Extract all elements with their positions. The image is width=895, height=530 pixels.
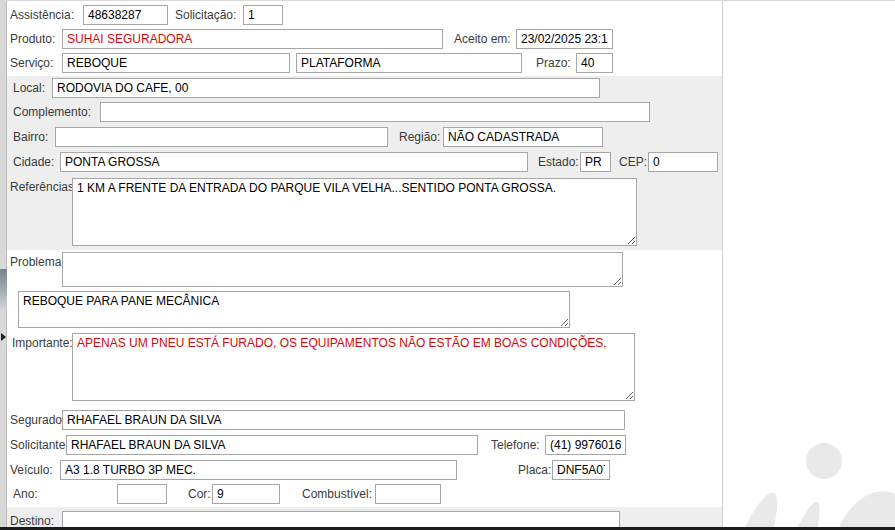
panel-divider xyxy=(722,1,723,530)
problema-textarea[interactable] xyxy=(62,252,623,287)
placa-input[interactable] xyxy=(552,460,610,480)
local-label: Local: xyxy=(13,78,45,98)
prazo-label: Prazo: xyxy=(536,53,571,73)
side-panel-splitter[interactable] xyxy=(0,1,7,530)
aceito-em-label: Aceito em: xyxy=(454,29,511,49)
solicitante-input[interactable] xyxy=(66,435,478,455)
ano-label: Ano: xyxy=(13,484,38,504)
problema-descricao-textarea[interactable]: REBOQUE PARA PANE MECÂNICA xyxy=(18,291,570,328)
prazo-input[interactable] xyxy=(576,53,613,73)
estado-input[interactable] xyxy=(580,152,611,172)
watermark-logo xyxy=(806,443,842,479)
importante-textarea[interactable]: APENAS UM PNEU ESTÁ FURADO, OS EQUIPAMEN… xyxy=(72,333,635,401)
referencias-textarea[interactable]: 1 KM A FRENTE DA ENTRADA DO PARQUE VILA … xyxy=(72,178,637,246)
assistencia-input[interactable] xyxy=(83,5,168,25)
referencias-label: Referências: xyxy=(10,177,77,197)
aceito-em-input[interactable] xyxy=(516,29,613,49)
veiculo-label: Veículo: xyxy=(10,460,53,480)
cep-label: CEP: xyxy=(619,152,647,172)
complemento-label: Complemento: xyxy=(13,102,91,122)
assistance-form-window: Assistência: Solicitação: Produto: Aceit… xyxy=(0,0,895,530)
telefone-label: Telefone: xyxy=(491,435,540,455)
veiculo-input[interactable] xyxy=(60,460,457,480)
regiao-input[interactable] xyxy=(443,127,603,147)
solicitacao-input[interactable] xyxy=(243,5,283,25)
local-input[interactable] xyxy=(52,78,600,98)
telefone-input[interactable] xyxy=(545,435,626,455)
estado-label: Estado: xyxy=(538,152,579,172)
solicitacao-label: Solicitação: xyxy=(175,5,236,25)
cidade-label: Cidade: xyxy=(13,152,54,172)
ano-input[interactable] xyxy=(117,484,167,504)
watermark-stroke xyxy=(718,487,787,530)
combustivel-label: Combustível: xyxy=(302,484,372,504)
expand-panel-arrow-icon[interactable] xyxy=(1,333,6,341)
servico-input[interactable] xyxy=(62,53,290,73)
importante-label: Importante: xyxy=(12,333,73,353)
regiao-label: Região: xyxy=(399,127,440,147)
watermark-stroke xyxy=(827,485,895,530)
bairro-label: Bairro: xyxy=(13,127,48,147)
splitter-drag-handle[interactable] xyxy=(0,269,7,309)
complemento-input[interactable] xyxy=(100,102,650,122)
cor-input[interactable] xyxy=(212,484,280,504)
segurado-label: Segurado: xyxy=(10,410,65,430)
assistencia-label: Assistência: xyxy=(10,5,74,25)
produto-label: Produto: xyxy=(10,29,55,49)
servico-label: Serviço: xyxy=(10,53,53,73)
problema-label: Problema: xyxy=(10,252,65,272)
cidade-input[interactable] xyxy=(60,152,528,172)
watermark-stroke xyxy=(774,498,827,530)
cep-input[interactable] xyxy=(648,152,718,172)
solicitante-label: Solicitante: xyxy=(10,435,69,455)
cor-label: Cor: xyxy=(188,484,211,504)
combustivel-input[interactable] xyxy=(375,484,441,504)
placa-label: Placa: xyxy=(518,460,551,480)
segurado-input[interactable] xyxy=(62,410,625,430)
produto-input[interactable] xyxy=(62,29,443,49)
bairro-input[interactable] xyxy=(55,127,388,147)
servico-tipo-input[interactable] xyxy=(296,53,522,73)
